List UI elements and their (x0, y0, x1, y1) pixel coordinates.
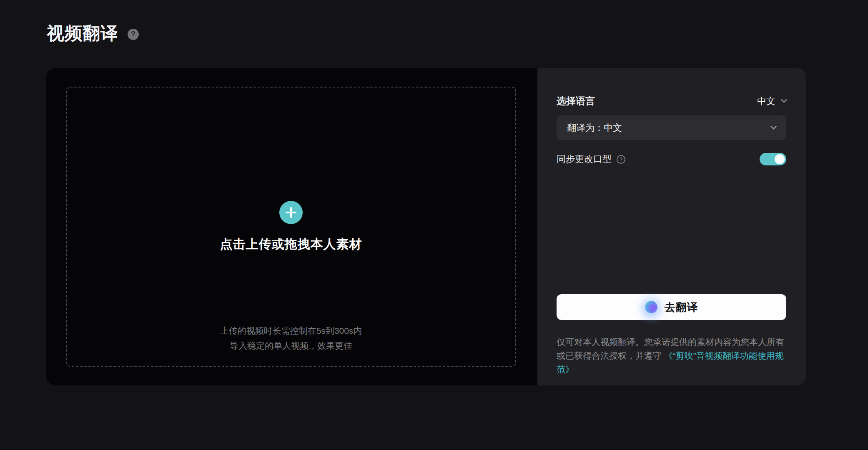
upload-hint-duration: 上传的视频时长需控制在5s到300s内 (67, 323, 515, 338)
plus-icon (279, 201, 303, 224)
target-language-dropdown[interactable]: 翻译为：中文 (557, 115, 786, 140)
lip-sync-toggle[interactable] (760, 153, 786, 165)
upload-plus-button[interactable] (279, 201, 303, 224)
lip-sync-label-group: 同步更改口型 ? (557, 153, 625, 165)
target-language-value: 翻译为：中文 (567, 122, 622, 134)
upload-headline: 点击上传或拖拽本人素材 (220, 236, 362, 253)
page-title: 视频翻译 (47, 22, 118, 45)
language-label: 选择语言 (557, 95, 595, 108)
chevron-down-icon (781, 97, 788, 103)
translate-button[interactable]: 去翻译 (557, 294, 786, 320)
language-row: 选择语言 中文 (557, 95, 786, 108)
help-icon[interactable]: ? (128, 29, 139, 40)
upload-hint-quality: 导入稳定的单人视频，效果更佳 (67, 338, 515, 353)
source-language-select[interactable]: 中文 (757, 95, 786, 108)
lip-sync-row: 同步更改口型 ? (557, 153, 786, 165)
source-language-value: 中文 (757, 95, 775, 108)
disclaimer: 仅可对本人视频翻译。您承诺提供的素材内容为您本人所有或已获得合法授权，并遵守 《… (557, 335, 786, 376)
lip-sync-label: 同步更改口型 (557, 153, 612, 165)
video-translate-card: 点击上传或拖拽本人素材 上传的视频时长需控制在5s到300s内 导入稳定的单人视… (46, 68, 806, 385)
upload-dropzone[interactable]: 点击上传或拖拽本人素材 上传的视频时长需控制在5s到300s内 导入稳定的单人视… (66, 87, 516, 367)
upload-hints: 上传的视频时长需控制在5s到300s内 导入稳定的单人视频，效果更佳 (67, 323, 515, 353)
translate-button-label: 去翻译 (665, 300, 698, 315)
lip-sync-help-icon[interactable]: ? (617, 155, 625, 164)
page-header: 视频翻译 ? (47, 22, 139, 45)
chevron-down-icon (770, 123, 777, 130)
toggle-knob (775, 154, 785, 164)
spacer (557, 165, 786, 294)
ai-orb-icon (645, 301, 657, 313)
settings-panel: 选择语言 中文 翻译为：中文 同步更改口型 ? 去翻译 仅可对本人视 (537, 68, 806, 385)
upload-panel: 点击上传或拖拽本人素材 上传的视频时长需控制在5s到300s内 导入稳定的单人视… (46, 68, 537, 385)
